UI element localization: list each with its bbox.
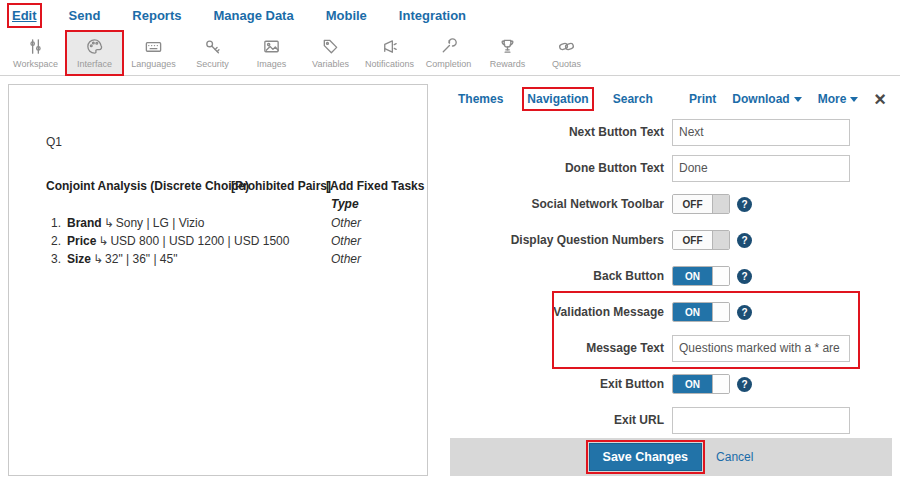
- nav-item-reports[interactable]: Reports: [132, 8, 181, 23]
- form-row: Done Button Text: [450, 150, 892, 186]
- type-column-header: Type: [331, 197, 359, 211]
- nav-item-integration[interactable]: Integration: [399, 8, 466, 23]
- toolbar-item-notifications[interactable]: Notifications: [362, 32, 417, 74]
- help-icon[interactable]: ?: [737, 197, 752, 212]
- exit-url-input[interactable]: [672, 407, 850, 434]
- toggle-state-label: OFF: [673, 195, 712, 213]
- attribute-text: Price↳USD 800 | USD 1200 | USD 1500: [67, 234, 289, 248]
- interface-settings-panel: Themes Navigation Search Print Download …: [450, 84, 892, 476]
- nav-item-manage-data[interactable]: Manage Data: [213, 8, 293, 23]
- app-root: Edit Send Reports Manage Data Mobile Int…: [0, 0, 900, 484]
- social-network-toolbar-toggle[interactable]: OFF: [672, 194, 730, 214]
- sliders-icon: [26, 37, 45, 57]
- toolbar-item-label: Languages: [131, 59, 176, 69]
- top-nav: Edit Send Reports Manage Data Mobile Int…: [0, 0, 900, 30]
- form-row: Exit Button ON ?: [450, 366, 892, 402]
- toolbar-item-completion[interactable]: Completion: [421, 32, 476, 74]
- toolbar-item-label: Notifications: [365, 59, 414, 69]
- trophy-icon: [498, 37, 517, 57]
- validation-message-toggle[interactable]: ON: [672, 302, 730, 322]
- toolbar-item-workspace[interactable]: Workspace: [8, 32, 63, 74]
- key-icon: [203, 37, 222, 57]
- palette-icon: [85, 37, 104, 57]
- toolbar-item-label: Security: [196, 59, 229, 69]
- form-row: Back Button ON ?: [450, 258, 892, 294]
- field-label: Display Question Numbers: [450, 233, 672, 247]
- add-fixed-tasks-link[interactable]: [Add Fixed Tasks: [326, 179, 424, 193]
- next-button-text-input[interactable]: [672, 119, 850, 146]
- nav-item-edit[interactable]: Edit: [12, 8, 37, 23]
- tab-themes[interactable]: Themes: [458, 92, 503, 106]
- download-label: Download: [732, 92, 789, 106]
- edit-toolbar: Workspace Interface Languages Security I…: [0, 30, 900, 76]
- toggle-knob: [712, 303, 729, 321]
- attribute-row: 3. Size↳32" | 36" | 45" Other: [9, 252, 427, 268]
- attribute-levels: Sony | LG | Vizio: [116, 216, 205, 230]
- toolbar-item-rewards[interactable]: Rewards: [480, 32, 535, 74]
- attribute-row: 1. Brand↳Sony | LG | Vizio Other: [9, 216, 427, 232]
- attribute-type: Other: [331, 252, 361, 266]
- field-label: Back Button: [450, 269, 672, 283]
- toolbar-item-label: Rewards: [490, 59, 526, 69]
- header-actions: Print Download More ×: [689, 89, 886, 109]
- toggle-state-label: ON: [673, 375, 712, 393]
- nav-item-mobile[interactable]: Mobile: [326, 8, 367, 23]
- field-label: Done Button Text: [450, 161, 672, 175]
- exit-button-toggle[interactable]: ON: [672, 374, 730, 394]
- question-title: Conjoint Analysis (Discrete Choice): [46, 179, 249, 193]
- nav-item-send[interactable]: Send: [69, 8, 101, 23]
- wrench-icon: [439, 37, 458, 57]
- toolbar-item-quotas[interactable]: Quotas: [539, 32, 594, 74]
- toolbar-item-variables[interactable]: Variables: [303, 32, 358, 74]
- attribute-levels: USD 800 | USD 1200 | USD 1500: [110, 234, 289, 248]
- attribute-number: 3.: [51, 252, 61, 266]
- keyboard-icon: [144, 37, 163, 57]
- field-label: Next Button Text: [450, 125, 672, 139]
- save-changes-button[interactable]: Save Changes: [589, 443, 702, 471]
- field-label: Validation Message: [450, 305, 672, 319]
- toggle-state-label: ON: [673, 267, 712, 285]
- tab-search[interactable]: Search: [613, 92, 653, 106]
- back-button-toggle[interactable]: ON: [672, 266, 730, 286]
- toolbar-item-label: Quotas: [552, 59, 581, 69]
- toolbar-item-images[interactable]: Images: [244, 32, 299, 74]
- close-icon[interactable]: ×: [874, 89, 886, 109]
- print-link[interactable]: Print: [689, 92, 716, 106]
- help-icon[interactable]: ?: [737, 377, 752, 392]
- field-label: Exit Button: [450, 377, 672, 391]
- done-button-text-input[interactable]: [672, 155, 850, 182]
- more-link[interactable]: More: [818, 92, 859, 106]
- more-label: More: [818, 92, 847, 106]
- attribute-type: Other: [331, 234, 361, 248]
- download-link[interactable]: Download: [732, 92, 801, 106]
- toolbar-item-label: Workspace: [13, 59, 58, 69]
- toolbar-item-interface[interactable]: Interface: [67, 32, 122, 74]
- image-icon: [262, 37, 281, 57]
- arrow-icon: ↳: [91, 252, 105, 266]
- tab-navigation[interactable]: Navigation: [527, 92, 588, 106]
- attribute-name: Brand: [67, 216, 102, 230]
- display-question-numbers-toggle[interactable]: OFF: [672, 230, 730, 250]
- help-icon[interactable]: ?: [737, 269, 752, 284]
- toggle-knob: [712, 267, 729, 285]
- toggle-knob: [712, 231, 729, 249]
- chain-icon: [557, 37, 576, 57]
- message-text-input[interactable]: [672, 335, 850, 362]
- cancel-link[interactable]: Cancel: [716, 450, 753, 464]
- help-icon[interactable]: ?: [737, 233, 752, 248]
- help-icon[interactable]: ?: [737, 305, 752, 320]
- survey-preview-panel: Q1 Conjoint Analysis (Discrete Choice) […: [8, 84, 428, 476]
- attribute-levels: 32" | 36" | 45": [105, 252, 177, 266]
- toolbar-item-security[interactable]: Security: [185, 32, 240, 74]
- arrow-icon: ↳: [96, 234, 110, 248]
- form-row: Message Text: [450, 330, 892, 366]
- arrow-icon: ↳: [102, 216, 116, 230]
- prohibited-pairs-link[interactable]: [Prohibited Pairs]: [231, 179, 331, 193]
- settings-header: Themes Navigation Search Print Download …: [450, 84, 892, 114]
- toolbar-item-languages[interactable]: Languages: [126, 32, 181, 74]
- attribute-number: 1.: [51, 216, 61, 230]
- attribute-name: Price: [67, 234, 96, 248]
- attribute-row: 2. Price↳USD 800 | USD 1200 | USD 1500 O…: [9, 234, 427, 250]
- chevron-down-icon: [794, 97, 802, 102]
- attribute-text: Size↳32" | 36" | 45": [67, 252, 177, 266]
